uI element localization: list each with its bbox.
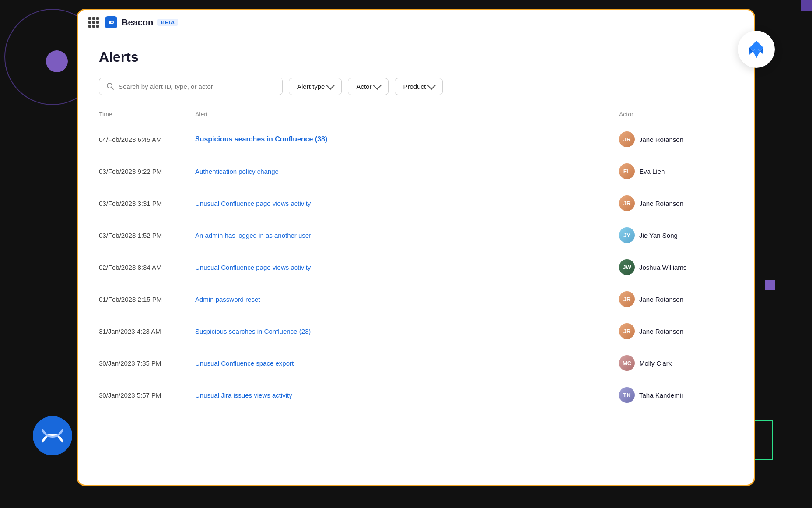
alert-link[interactable]: Admin password reset [195, 296, 260, 303]
table-row: 30/Jan/2023 5:57 PMUnusual Jira issues v… [99, 379, 733, 411]
alert-cell: Unusual Confluence page views activity [195, 187, 619, 219]
avatar: MC [619, 355, 635, 371]
actor-cell: ELEva Lien [619, 155, 733, 187]
alert-cell: Unusual Confluence space export [195, 347, 619, 379]
brand-name: Beacon [122, 18, 153, 28]
actor-cell: JRJane Rotanson [619, 123, 733, 155]
time-cell: 30/Jan/2023 7:35 PM [99, 347, 195, 379]
alert-link[interactable]: Authentication policy change [195, 168, 279, 175]
actor-name: Jane Rotanson [639, 136, 683, 143]
actor-name: Joshua Williams [639, 264, 686, 271]
beacon-logo-icon [105, 16, 117, 28]
alert-link[interactable]: Unusual Confluence page views activity [195, 200, 311, 207]
table-row: 30/Jan/2023 7:35 PMUnusual Confluence sp… [99, 347, 733, 379]
content-area: Alerts Alert type Actor Product [78, 35, 754, 485]
avatar: JR [619, 131, 635, 147]
avatar: JY [619, 227, 635, 243]
table-row: 01/Feb/2023 2:15 PMAdmin password resetJ… [99, 283, 733, 315]
table-row: 03/Feb/2023 1:52 PMAn admin has logged i… [99, 219, 733, 251]
alert-link[interactable]: An admin has logged in as another user [195, 232, 311, 239]
actor-name: Taha Kandemir [639, 392, 683, 399]
actor-name: Jane Rotanson [639, 328, 683, 335]
actor-cell: MCMolly Clark [619, 347, 733, 379]
toolbar: Alert type Actor Product [99, 78, 733, 95]
actor-cell: JRJane Rotanson [619, 315, 733, 347]
table-row: 03/Feb/2023 3:31 PMUnusual Confluence pa… [99, 187, 733, 219]
page-title: Alerts [99, 49, 733, 65]
col-header-actor: Actor [619, 111, 733, 123]
alert-cell: Authentication policy change [195, 155, 619, 187]
nav-bar: Beacon BETA [78, 10, 754, 35]
main-card: Beacon BETA Alerts Alert type Actor [77, 9, 755, 486]
time-cell: 01/Feb/2023 2:15 PM [99, 283, 195, 315]
actor-name: Jane Rotanson [639, 200, 683, 207]
alert-cell: Suspicious searches in Confluence (38) [195, 123, 619, 155]
time-cell: 30/Jan/2023 5:57 PM [99, 379, 195, 411]
actor-cell: JRJane Rotanson [619, 187, 733, 219]
actor-cell: JWJoshua Williams [619, 251, 733, 283]
search-icon [106, 82, 114, 90]
search-box[interactable] [99, 78, 283, 95]
actor-cell: JYJie Yan Song [619, 219, 733, 251]
time-cell: 03/Feb/2023 1:52 PM [99, 219, 195, 251]
logo-area: Beacon BETA [105, 16, 178, 28]
alert-cell: Unusual Confluence page views activity [195, 251, 619, 283]
bg-square-purple-tr [801, 0, 812, 11]
alerts-table: Time Alert Actor 04/Feb/2023 6:45 AMSusp… [99, 111, 733, 411]
jira-logo-circle [738, 31, 775, 68]
time-cell: 04/Feb/2023 6:45 AM [99, 123, 195, 155]
alert-cell: Unusual Jira issues views activity [195, 379, 619, 411]
alert-cell: An admin has logged in as another user [195, 219, 619, 251]
alert-cell: Admin password reset [195, 283, 619, 315]
product-filter[interactable]: Product [395, 78, 443, 95]
table-row: 04/Feb/2023 6:45 AMSuspicious searches i… [99, 123, 733, 155]
svg-point-1 [111, 21, 113, 23]
alert-link[interactable]: Unusual Confluence space export [195, 360, 294, 367]
col-header-time: Time [99, 111, 195, 123]
time-cell: 03/Feb/2023 3:31 PM [99, 187, 195, 219]
avatar: EL [619, 163, 635, 179]
actor-name: Molly Clark [639, 360, 672, 367]
time-cell: 31/Jan/2023 4:23 AM [99, 315, 195, 347]
table-row: 02/Feb/2023 8:34 AMUnusual Confluence pa… [99, 251, 733, 283]
actor-name: Eva Lien [639, 168, 665, 175]
time-cell: 03/Feb/2023 9:22 PM [99, 155, 195, 187]
grid-icon[interactable] [88, 17, 99, 28]
actor-cell: JRJane Rotanson [619, 283, 733, 315]
chevron-down-icon [373, 81, 382, 90]
alert-link[interactable]: Unusual Confluence page views activity [195, 264, 311, 271]
col-header-alert: Alert [195, 111, 619, 123]
alert-type-filter[interactable]: Alert type [289, 78, 342, 95]
avatar: JR [619, 291, 635, 307]
avatar: JR [619, 195, 635, 211]
actor-name: Jie Yan Song [639, 232, 678, 239]
alert-cell: Suspicious searches in Confluence (23) [195, 315, 619, 347]
actor-cell: TKTaha Kandemir [619, 379, 733, 411]
table-row: 03/Feb/2023 9:22 PMAuthentication policy… [99, 155, 733, 187]
search-input[interactable] [119, 83, 275, 90]
alert-link[interactable]: Suspicious searches in Confluence (23) [195, 328, 311, 335]
actor-name: Jane Rotanson [639, 296, 683, 303]
chevron-down-icon [427, 81, 436, 90]
actor-filter[interactable]: Actor [348, 78, 388, 95]
time-cell: 02/Feb/2023 8:34 AM [99, 251, 195, 283]
avatar: JR [619, 323, 635, 339]
confluence-badge [33, 416, 72, 455]
bg-square-purple-mid [765, 280, 775, 290]
table-row: 31/Jan/2023 4:23 AMSuspicious searches i… [99, 315, 733, 347]
avatar: JW [619, 259, 635, 275]
avatar: TK [619, 387, 635, 403]
chevron-down-icon [326, 81, 335, 90]
beta-badge: BETA [158, 19, 178, 26]
alert-link[interactable]: Suspicious searches in Confluence (38) [195, 135, 327, 143]
alert-link[interactable]: Unusual Jira issues views activity [195, 392, 292, 399]
bg-circle-filled [46, 50, 68, 72]
